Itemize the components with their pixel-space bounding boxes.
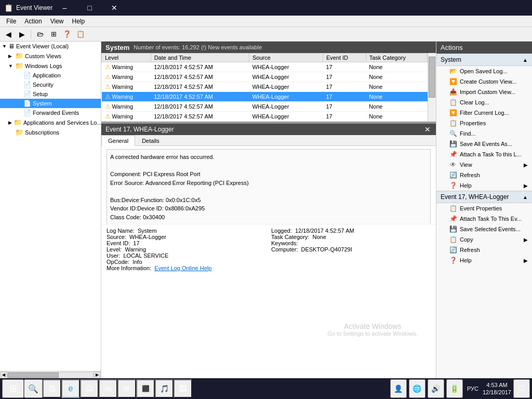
tree-setup[interactable]: 📄 Setup xyxy=(0,89,101,99)
refresh-system-icon: 🔄 xyxy=(449,171,457,179)
taskbar-clock[interactable]: 4:53 AM 12/18/2017 xyxy=(483,381,511,396)
action-help-event[interactable]: ❓ Help ▶ xyxy=(436,255,532,265)
events-vscrollbar[interactable] xyxy=(428,53,436,122)
col-eventid[interactable]: Event ID xyxy=(323,54,366,62)
toolbar-view[interactable]: 📋 xyxy=(74,29,87,40)
tree-application[interactable]: 📄 Application xyxy=(0,71,101,80)
toolbar-forward[interactable]: ▶ xyxy=(16,29,28,40)
action-refresh-system[interactable]: 🔄 Refresh xyxy=(436,170,532,180)
table-row[interactable]: ⚠ Warning 12/18/2017 4:52:57 AM WHEA-Log… xyxy=(102,112,428,122)
tree-custom-views[interactable]: ▶ 📁 Custom Views xyxy=(0,51,101,61)
menu-view[interactable]: View xyxy=(46,17,68,26)
event-actions-header[interactable]: Event 17, WHEA-Logger ▲ xyxy=(436,191,532,203)
action-help-system[interactable]: ❓ Help ▶ xyxy=(436,180,532,191)
forwarded-label: Forwarded Events xyxy=(33,110,79,116)
action-save-selected[interactable]: 💾 Save Selected Events... xyxy=(436,224,532,234)
toolbar-help[interactable]: ❓ xyxy=(61,29,73,40)
task-view-button[interactable]: ⧉ xyxy=(43,379,61,398)
app-button[interactable]: 🖼 xyxy=(174,379,192,398)
media-button[interactable]: 🎵 xyxy=(155,379,174,398)
system-actions-list: 📂 Open Saved Log... 🔽 Create Custom View… xyxy=(436,66,532,191)
refresh-event-icon: 🔄 xyxy=(449,246,457,254)
event-detail-close-button[interactable]: ✕ xyxy=(423,125,432,134)
action-filter-current-log[interactable]: 🔽 Filter Current Log... xyxy=(436,108,532,118)
mail-button[interactable]: ✉ xyxy=(117,379,136,398)
menu-file[interactable]: File xyxy=(2,17,20,26)
meta-computer-value: DESKTOP-Q40729I xyxy=(301,246,352,252)
help-system-arrow: ▶ xyxy=(524,183,528,189)
tree-windows-logs[interactable]: ▼ 📁 Windows Logs xyxy=(0,61,101,71)
action-event-properties[interactable]: 📋 Event Properties xyxy=(436,203,532,214)
custom-views-folder-icon: 📁 xyxy=(15,52,23,60)
custom-views-label: Custom Views xyxy=(25,53,61,59)
left-hscrollbar[interactable]: ◀ ▶ xyxy=(0,371,101,378)
menu-help[interactable]: Help xyxy=(68,17,89,26)
tree-root[interactable]: ▼ 🖥 Event Viewer (Local) xyxy=(0,42,101,51)
apps-folder-icon: 📁 xyxy=(14,118,22,126)
sys-log-icon: 📄 xyxy=(23,100,31,107)
action-open-saved-log[interactable]: 📂 Open Saved Log... xyxy=(436,66,532,76)
toolbar-properties[interactable]: ⊞ xyxy=(47,29,60,40)
table-row[interactable]: ⚠ Warning 12/18/2017 4:52:57 AM WHEA-Log… xyxy=(102,72,428,82)
tab-details[interactable]: Details xyxy=(135,135,166,146)
action-properties[interactable]: 📋 Properties xyxy=(436,118,532,128)
system-actions-header[interactable]: System ▲ xyxy=(436,54,532,66)
table-row[interactable]: ⚠ Warning 12/18/2017 4:52:57 AM WHEA-Log… xyxy=(102,62,428,72)
tree-forwarded[interactable]: 📄 Forwarded Events xyxy=(0,108,101,117)
maximize-button[interactable]: □ xyxy=(77,0,101,16)
network-button[interactable]: 🌐 xyxy=(409,379,425,398)
meta-logname-row: Log Name: System xyxy=(107,228,266,234)
col-level[interactable]: Level xyxy=(102,54,151,62)
tab-general[interactable]: General xyxy=(101,135,135,146)
refresh-event-label: Refresh xyxy=(460,247,480,253)
toolbar-back[interactable]: ◀ xyxy=(2,29,15,40)
cmd-button[interactable]: ⬛ xyxy=(136,379,155,398)
search-button[interactable]: 🔍 xyxy=(24,379,43,398)
col-category[interactable]: Task Category xyxy=(366,54,427,62)
action-view[interactable]: 👁 View ▶ xyxy=(436,159,532,170)
close-button[interactable]: ✕ xyxy=(102,0,126,16)
action-import-custom-view[interactable]: 📥 Import Custom View... xyxy=(436,87,532,97)
left-scroll-thumb[interactable] xyxy=(8,373,59,378)
action-create-custom-view[interactable]: 🔽 Create Custom View... xyxy=(436,76,532,87)
action-clear-log[interactable]: 📋 Clear Log... xyxy=(436,97,532,108)
filter-current-log-icon: 🔽 xyxy=(449,109,457,116)
battery-button[interactable]: 🔋 xyxy=(446,379,463,398)
events-vthumb[interactable] xyxy=(429,57,435,98)
action-refresh-event[interactable]: 🔄 Refresh xyxy=(436,245,532,255)
action-attach-task-log[interactable]: 📌 Attach a Task To this L... xyxy=(436,149,532,159)
action-save-all-events[interactable]: 💾 Save All Events As... xyxy=(436,139,532,149)
minimize-button[interactable]: – xyxy=(52,0,76,16)
table-row[interactable]: ⚠ Warning 12/18/2017 4:52:57 AM WHEA-Log… xyxy=(102,92,428,102)
cell-datetime: 12/18/2017 4:52:57 AM xyxy=(151,92,249,102)
toolbar-open[interactable]: 🗁 xyxy=(34,29,46,40)
accounts-button[interactable]: 👤 xyxy=(390,379,407,398)
table-row[interactable]: ⚠ Warning 12/18/2017 4:52:57 AM WHEA-Log… xyxy=(102,82,428,92)
action-find[interactable]: 🔍 Find... xyxy=(436,128,532,139)
col-source[interactable]: Source xyxy=(249,54,323,62)
edge-button[interactable]: e xyxy=(61,379,80,398)
menu-action[interactable]: Action xyxy=(20,17,46,26)
action-copy[interactable]: 📋 Copy ▶ xyxy=(436,234,532,245)
root-expand-icon: ▼ xyxy=(2,44,7,49)
meta-moreinfo-link[interactable]: Event Log Online Help xyxy=(154,265,211,271)
start-button[interactable]: ⊞ xyxy=(2,379,24,398)
cell-eventid: 17 xyxy=(323,92,366,102)
event-properties-label: Event Properties xyxy=(460,205,502,211)
store-button[interactable]: 🛍 xyxy=(99,379,117,398)
left-scroll-right[interactable]: ▶ xyxy=(94,371,101,379)
notifications-button[interactable]: 🗨 xyxy=(513,379,530,398)
col-datetime[interactable]: Date and Time xyxy=(151,54,249,62)
table-row[interactable]: ⚠ Warning 12/18/2017 4:52:57 AM WHEA-Log… xyxy=(102,102,428,112)
event-section-collapse: ▲ xyxy=(523,194,528,200)
tree-security[interactable]: 📄 Security xyxy=(0,80,101,89)
file-explorer-button[interactable]: 🗂 xyxy=(80,379,99,398)
tree-system[interactable]: 📄 System xyxy=(0,99,101,108)
meta-eventid-label: Event ID: xyxy=(107,240,131,246)
tree-apps-services[interactable]: ▶ 📁 Applications and Services Lo... xyxy=(0,117,101,127)
volume-button[interactable]: 🔊 xyxy=(428,379,444,398)
left-scroll-left[interactable]: ◀ xyxy=(0,371,7,379)
cell-datetime: 12/18/2017 4:52:57 AM xyxy=(151,82,249,92)
tree-subscriptions[interactable]: 📁 Subscriptions xyxy=(0,127,101,137)
action-attach-task-event[interactable]: 📌 Attach Task To This Ev... xyxy=(436,214,532,224)
